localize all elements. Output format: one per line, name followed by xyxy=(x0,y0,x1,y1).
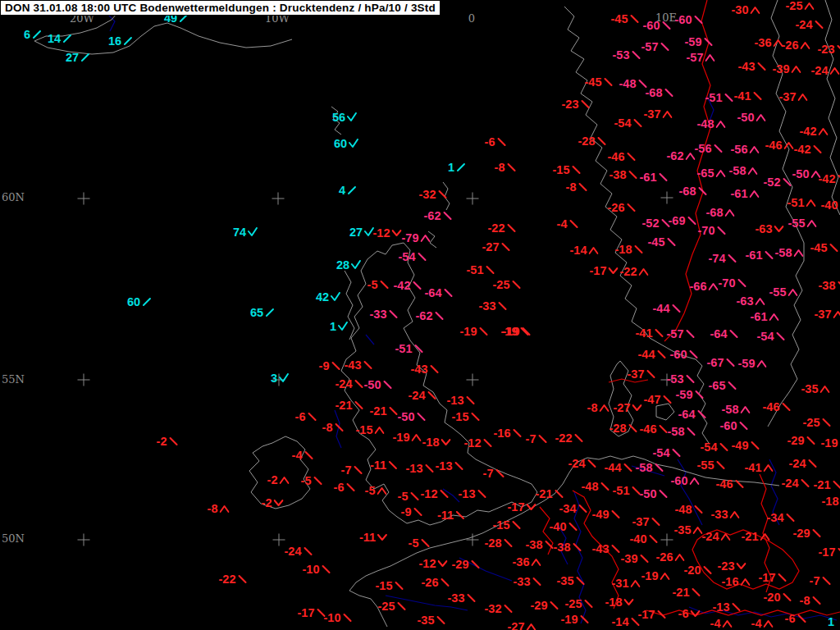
station-report: -8 xyxy=(566,180,588,194)
pressure-tendency-value: -38 xyxy=(609,168,627,181)
pressure-tendency-value: -39 xyxy=(773,62,790,75)
tendency-characteristic-icon xyxy=(756,112,765,122)
station-report: -10 xyxy=(324,611,353,624)
station-report: -2 xyxy=(267,473,290,486)
tendency-characteristic-icon xyxy=(694,390,704,399)
tendency-characteristic-icon xyxy=(782,177,792,187)
tendency-characteristic-icon xyxy=(568,522,578,532)
pressure-tendency-value: -15 xyxy=(452,410,469,423)
pressure-tendency-value: -4 xyxy=(557,217,568,231)
tendency-characteristic-icon xyxy=(774,224,783,234)
pressure-tendency-value: -21 xyxy=(814,478,831,491)
station-report: 27 xyxy=(66,51,90,64)
tendency-characteristic-icon xyxy=(763,463,773,472)
tendency-characteristic-icon xyxy=(503,538,513,548)
pressure-tendency-value: -35 xyxy=(557,574,574,587)
station-report: -29 xyxy=(531,599,559,612)
tendency-characteristic-icon xyxy=(788,287,797,297)
pressure-tendency-value: -54 xyxy=(757,330,774,343)
tendency-characteristic-icon xyxy=(630,578,640,588)
station-report: -20 xyxy=(764,591,792,604)
station-report: -36 xyxy=(755,36,783,49)
tendency-characteristic-icon xyxy=(434,311,444,321)
tendency-characteristic-icon xyxy=(658,489,668,499)
station-report: -13 xyxy=(447,394,476,407)
tendency-characteristic-icon xyxy=(769,312,778,322)
pressure-tendency-value: -12 xyxy=(373,226,390,240)
pressure-tendency-value: -4 xyxy=(751,617,762,630)
pressure-tendency-value: -5 xyxy=(365,484,376,497)
pressure-tendency-value: -19 xyxy=(460,325,477,338)
pressure-tendency-value: -12 xyxy=(464,436,482,450)
tendency-characteristic-icon xyxy=(702,565,712,575)
pressure-tendency-value: -26 xyxy=(422,576,439,589)
tendency-characteristic-icon xyxy=(307,412,317,422)
pressure-tendency-value: -29 xyxy=(531,599,548,612)
station-report: -56 xyxy=(695,142,724,155)
station-report: -46 xyxy=(608,150,637,163)
station-report: -19 xyxy=(821,436,840,450)
tendency-characteristic-icon xyxy=(628,423,637,433)
station-report: -57 xyxy=(667,327,696,340)
tendency-characteristic-icon xyxy=(656,609,666,619)
pressure-tendency-value: -27 xyxy=(508,620,525,630)
tendency-characteristic-icon xyxy=(532,577,541,587)
graticule-cross xyxy=(467,374,479,386)
station-report: -22 xyxy=(488,221,517,235)
station-report: -23 xyxy=(818,43,840,56)
tendency-characteristic-icon xyxy=(338,322,348,331)
tendency-characteristic-icon xyxy=(633,244,643,254)
tendency-characteristic-icon xyxy=(429,364,439,374)
pressure-tendency-value: -18 xyxy=(822,495,839,508)
station-report: -65 xyxy=(697,167,726,180)
tendency-characteristic-icon xyxy=(353,465,363,475)
station-report: 60 xyxy=(334,137,358,150)
station-report: -12 xyxy=(373,226,402,240)
pressure-tendency-value: -58 xyxy=(722,403,739,416)
pressure-tendency-value: -42 xyxy=(394,279,411,292)
tendency-characteristic-icon xyxy=(413,507,422,517)
station-report: -59 xyxy=(685,35,714,48)
tendency-characteristic-icon xyxy=(836,44,840,54)
station-report: -18 xyxy=(615,243,644,256)
station-report: -61 xyxy=(751,310,779,323)
tendency-characteristic-icon xyxy=(812,144,822,154)
station-report: -35 xyxy=(801,382,830,395)
tendency-characteristic-icon xyxy=(478,326,488,336)
pressure-tendency-value: -15 xyxy=(376,579,393,592)
pressure-tendency-value: -54 xyxy=(399,250,416,263)
tendency-characteristic-icon xyxy=(497,301,507,311)
pressure-tendency-value: -49 xyxy=(592,508,609,521)
pressure-tendency-value: -32 xyxy=(485,602,502,615)
station-report: -50 xyxy=(640,487,669,500)
tendency-characteristic-icon xyxy=(568,219,578,229)
station-report: -74 xyxy=(709,252,737,265)
pressure-tendency-value: -58 xyxy=(636,461,653,474)
pressure-tendency-value: -2 xyxy=(262,496,272,509)
pressure-tendency-value: -50 xyxy=(792,167,810,180)
tendency-characteristic-icon xyxy=(654,328,664,338)
pressure-tendency-value: -60 xyxy=(720,419,737,432)
tendency-characteristic-icon xyxy=(417,252,427,262)
station-report: -11 xyxy=(359,531,387,544)
pressure-tendency-value: -58 xyxy=(668,425,685,438)
tendency-characteristic-icon xyxy=(722,619,732,628)
tendency-characteristic-icon xyxy=(818,126,828,136)
station-report: -50 xyxy=(792,167,821,180)
tendency-characteristic-icon xyxy=(142,297,152,307)
station-report: -70 xyxy=(719,276,747,290)
pressure-tendency-value: -55 xyxy=(769,285,787,299)
station-report: -38 xyxy=(526,538,555,551)
station-report: -45 xyxy=(585,75,614,89)
station-report: -37 xyxy=(815,308,840,321)
pressure-tendency-value: -18 xyxy=(615,243,632,256)
tendency-characteristic-icon xyxy=(639,554,649,564)
tendency-characteristic-icon xyxy=(347,112,357,122)
graticule-cross xyxy=(78,193,90,205)
tendency-characteristic-icon xyxy=(411,432,421,442)
coastline xyxy=(656,404,674,420)
tendency-characteristic-icon xyxy=(334,422,344,432)
graticule-cross xyxy=(273,534,285,546)
tendency-characteristic-icon xyxy=(413,344,423,354)
pressure-tendency-value: -67 xyxy=(707,356,724,369)
